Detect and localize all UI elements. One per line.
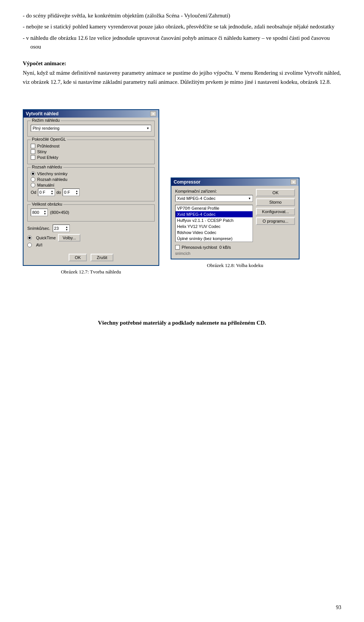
fps-label: Snímků/sec. xyxy=(27,226,50,231)
komprimacni-val: Xvid MPEG-4 Codec xyxy=(177,196,215,201)
page-content: do scény přidávejte světla, ke konkrétní… xyxy=(0,0,364,341)
dialog-titlebar-1: Vytvořit náhled ✕ xyxy=(24,110,158,118)
cb-stiny-row: Stíny xyxy=(31,149,151,154)
cb-pruhlednost-row: Průhlednost xyxy=(31,144,151,148)
dialog-titlebar-2: Compressor ✕ xyxy=(171,178,299,186)
group-rozsah: Rozsah náhledu Všechny snímky Rozsah náh… xyxy=(27,167,155,201)
radio-avi-label: AVI xyxy=(36,243,42,247)
close-button-1[interactable]: ✕ xyxy=(150,111,156,116)
group-pokrocile-content: Průhlednost Stíny Post Efekty xyxy=(31,144,151,160)
output-avi-row: AVI xyxy=(27,243,155,247)
main-paragraph: Nyní, když už máme definitivně nastaveny… xyxy=(23,68,341,86)
radio-manualni[interactable] xyxy=(31,183,35,187)
fps-row: Snímků/sec. 23 ▲▼ xyxy=(27,225,155,232)
spin-od[interactable]: 0 F ▲▼ xyxy=(38,188,55,196)
comp-list-item-1[interactable]: Xvid MPEG-4 Codec xyxy=(176,211,253,217)
spin-od-val: 0 F xyxy=(39,190,46,195)
output-quicktime-row: QuickTime Volby... xyxy=(27,234,155,242)
comp-list-item-0[interactable]: VP70® General Profile xyxy=(176,205,253,211)
radio-quicktime-label: QuickTime xyxy=(36,236,56,240)
dialog-body-1: Režim náhledu Plný rendering ▼ Pokročilé… xyxy=(24,118,158,251)
bullet-list: do scény přidávejte světla, ke konkrétní… xyxy=(23,11,341,51)
spin-fps-arrows[interactable]: ▲▼ xyxy=(66,226,68,231)
radio-quicktime[interactable] xyxy=(27,236,32,240)
spin-fps-val: 23 xyxy=(54,226,59,231)
komprimacni-label: Komprimační zařízení: xyxy=(175,189,253,193)
spin-fps[interactable]: 23 ▲▼ xyxy=(53,225,70,232)
cb-post-efekty-label: Post Efekty xyxy=(37,155,58,160)
radio-vsechny-label: Všechny snímky xyxy=(37,171,67,176)
dialog-title-1: Vytvořit náhled xyxy=(26,111,58,116)
komprimacni-arrow: ▼ xyxy=(248,197,251,200)
radio-rozsah-row: Rozsah náhledu xyxy=(31,177,151,182)
group-rezim-content: Plný rendering ▼ xyxy=(31,125,151,132)
dialog-compressor: Compressor ✕ Komprimační zařízení: Xvid … xyxy=(171,177,300,259)
zrusit-button[interactable]: Zrušit xyxy=(91,254,113,261)
group-pokrocile-title: Pokročilé OpenGL xyxy=(31,137,67,141)
comp-list: VP70® General Profile Xvid MPEG-4 Codec … xyxy=(175,205,253,242)
ok-button-2[interactable]: OK xyxy=(256,189,295,196)
radio-vsechny[interactable] xyxy=(31,171,35,176)
radio-manualni-label: Manuální xyxy=(37,183,54,187)
from-to-row: Od 0 F ▲▼ do 0 F ▲▼ xyxy=(31,188,151,196)
group-rozsah-content: Všechny snímky Rozsah náhledu Manuální xyxy=(31,171,151,196)
spin-size[interactable]: 800 ▲▼ xyxy=(31,209,48,216)
bullet-item-3: v náhledu dle obrázku 12.6 lze velice je… xyxy=(23,34,341,52)
radio-manualni-row: Manuální xyxy=(31,183,151,187)
spin-do[interactable]: 0 F ▲▼ xyxy=(63,188,80,196)
images-row: Vytvořit náhled ✕ Režim náhledu Plný ren… xyxy=(23,109,341,275)
komprimacni-dropdown[interactable]: Xvid MPEG-4 Codec ▼ xyxy=(175,195,253,202)
radio-rozsah[interactable] xyxy=(31,177,35,182)
spin-od-arrows[interactable]: ▲▼ xyxy=(51,190,53,195)
comp-left: Komprimační zařízení: Xvid MPEG-4 Codec … xyxy=(175,189,253,256)
comp-list-item-5[interactable]: Úplné snímky (bez komprese) xyxy=(176,236,253,242)
section-heading: Výpočet animace: xyxy=(23,60,341,67)
group-velikost-content: 800 ▲▼ (800×450) xyxy=(31,209,151,216)
spin-do-val: 0 F xyxy=(64,190,70,195)
storno-button[interactable]: Storno xyxy=(256,198,295,206)
group-rezim-title: Režim náhledu xyxy=(31,118,61,123)
caption-2: Obrázek 12.8: Volba kodeku xyxy=(207,262,263,269)
radio-avi[interactable] xyxy=(27,243,32,247)
comp-list-item-2[interactable]: Huffyuv v2.1.1 - CCESP Patch xyxy=(176,217,253,223)
dropdown-arrow-1: ▼ xyxy=(146,127,149,130)
comp-body: Komprimační zařízení: Xvid MPEG-4 Codec … xyxy=(171,186,299,259)
volby-button[interactable]: Volby... xyxy=(58,234,80,242)
cb-post-efekty-row: Post Efekty xyxy=(31,155,151,160)
ok-button-1[interactable]: OK xyxy=(69,254,87,261)
final-text: Všechny potřebné materiály a podklady na… xyxy=(23,320,341,326)
label-do: do xyxy=(56,190,61,195)
snimcich-label: snímcích xyxy=(175,251,190,256)
spin-do-arrows[interactable]: ▲▼ xyxy=(75,190,78,195)
caption-1: Obrázek 12.7: Tvorba náhledu xyxy=(61,269,121,275)
prenosova-checkbox-row: Přenosová rychlost 0 kB/s xyxy=(175,245,253,250)
dialog-vytvorit: Vytvořit náhled ✕ Režim náhledu Plný ren… xyxy=(23,109,159,266)
comp-list-item-4[interactable]: ffdshow Video Codec xyxy=(176,229,253,236)
cb-stiny-label: Stíny xyxy=(37,149,47,154)
o-programu-button[interactable]: O programu... xyxy=(256,217,295,225)
dialog-footer-1: OK Zrušit xyxy=(24,251,158,265)
group-pokrocile: Pokročilé OpenGL Průhlednost Stíny xyxy=(27,140,155,164)
comp-right: OK Storno Konfigurovat... O programu... xyxy=(253,189,295,256)
image-block-1: Vytvořit náhled ✕ Režim náhledu Plný ren… xyxy=(23,109,159,275)
cb-post-efekty[interactable] xyxy=(31,155,35,160)
comp-outer: Komprimační zařízení: Xvid MPEG-4 Codec … xyxy=(175,189,295,256)
comp-list-item-3[interactable]: Helix YV12 YUV Codec xyxy=(176,223,253,229)
prenosova-checkbox[interactable] xyxy=(175,245,180,250)
plny-rendering-dropdown[interactable]: Plný rendering ▼ xyxy=(31,125,151,132)
group-rezim: Režim náhledu Plný rendering ▼ xyxy=(27,121,155,137)
cb-stiny[interactable] xyxy=(31,149,35,154)
size-row: 800 ▲▼ (800×450) xyxy=(31,209,151,216)
radio-rozsah-label: Rozsah náhledu xyxy=(37,177,67,182)
spin-size-arrows[interactable]: ▲▼ xyxy=(44,210,46,215)
radio-vsechny-row: Všechny snímky xyxy=(31,171,151,176)
close-button-2[interactable]: ✕ xyxy=(290,179,297,185)
konfigurovat-button[interactable]: Konfigurovat... xyxy=(256,208,295,215)
bullet-item-2: nebojte se i statický pohled kamery vyre… xyxy=(23,22,341,31)
label-od: Od xyxy=(31,190,36,195)
page-number: 93 xyxy=(336,605,341,611)
cb-pruhlednost[interactable] xyxy=(31,144,35,148)
spin-size-val: 800 xyxy=(32,210,39,215)
bullet-item-1: do scény přidávejte světla, ke konkrétní… xyxy=(23,11,341,20)
snimcich-row: snímcích xyxy=(175,251,253,256)
